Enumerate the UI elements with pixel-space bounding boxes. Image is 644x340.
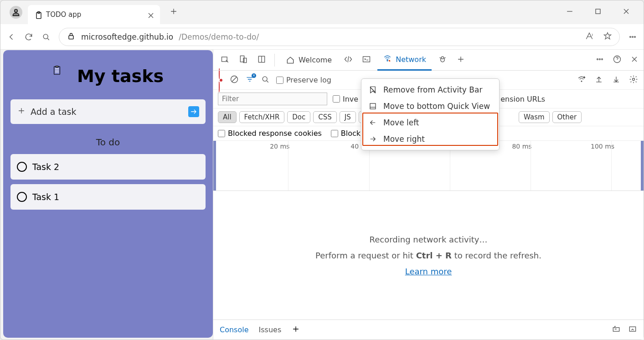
maximize-button[interactable] [593, 7, 603, 18]
task-item[interactable]: Task 2 [10, 154, 206, 180]
sources-tab-icon[interactable] [435, 52, 450, 68]
url-path: /Demos/demo-to-do/ [179, 32, 259, 41]
task-label: Task 2 [32, 162, 59, 172]
url-host: microsoftedge.github.io [81, 32, 173, 41]
inspect-element-icon[interactable] [218, 52, 232, 68]
elements-tab-icon[interactable] [341, 52, 355, 68]
drawer-icon-2[interactable] [628, 325, 637, 335]
settings-icon[interactable] [629, 75, 638, 86]
plus-icon [17, 106, 26, 117]
task-checkbox[interactable] [17, 162, 27, 172]
console-tab-icon[interactable] [359, 52, 374, 68]
svg-point-0 [15, 9, 18, 12]
blocked-requests-checkbox[interactable]: Block [331, 129, 361, 138]
task-label: Task 1 [32, 192, 59, 202]
address-bar: microsoftedge.github.io/Demos/demo-to-do… [0, 24, 644, 50]
filter-pill[interactable]: Doc [287, 111, 310, 123]
svg-rect-9 [54, 67, 60, 74]
browser-titlebar: TODO app [0, 0, 644, 24]
submit-task-button[interactable] [188, 106, 199, 117]
menu-move-right[interactable]: Move right [361, 131, 499, 147]
tab-network[interactable]: Network [377, 50, 432, 71]
clipboard-icon [52, 66, 71, 87]
favorite-icon[interactable] [603, 31, 612, 42]
filter-pill[interactable]: Fetch/XHR [239, 111, 285, 123]
dock-icon[interactable] [254, 52, 269, 68]
svg-point-19 [599, 58, 601, 60]
record-button[interactable] [219, 69, 223, 91]
reload-button[interactable] [24, 32, 33, 41]
back-button[interactable] [7, 32, 16, 41]
tab-welcome[interactable]: Welcome [280, 50, 337, 71]
task-item[interactable]: Task 1 [10, 184, 206, 210]
add-task-placeholder: Add a task [31, 107, 77, 117]
close-tab-button[interactable] [146, 11, 154, 18]
filter-pill[interactable]: Wasm [519, 111, 550, 123]
filter-pill[interactable]: JS [340, 111, 356, 123]
svg-rect-15 [363, 57, 370, 62]
browser-tab[interactable]: TODO app [28, 5, 160, 24]
profile-avatar[interactable] [10, 6, 22, 19]
window-controls [565, 7, 640, 18]
svg-point-7 [632, 36, 634, 37]
blocked-cookies-checkbox[interactable]: Blocked response cookies [218, 129, 322, 138]
drawer-tab-console[interactable]: Console [220, 325, 249, 334]
svg-point-8 [634, 36, 636, 37]
filter-pill[interactable]: Other [552, 111, 582, 123]
svg-point-16 [387, 60, 388, 61]
svg-rect-3 [596, 9, 600, 14]
filter-pill[interactable]: CSS [313, 111, 337, 123]
search-button[interactable] [41, 32, 51, 41]
more-button[interactable] [628, 32, 637, 41]
learn-more-link[interactable]: Learn more [405, 267, 452, 276]
svg-point-24 [581, 81, 582, 82]
svg-rect-11 [222, 57, 227, 62]
invert-checkbox[interactable]: Inve [333, 95, 358, 103]
filter-pill-all[interactable]: All [218, 111, 237, 123]
app-title: My tasks [77, 66, 164, 86]
svg-rect-2 [38, 12, 40, 13]
filter-input[interactable] [218, 93, 327, 105]
search-icon[interactable] [261, 75, 270, 86]
menu-move-bottom[interactable]: Move to bottom Quick View [361, 98, 499, 114]
read-aloud-icon[interactable] [585, 31, 594, 42]
drawer-tab-issues[interactable]: Issues [259, 325, 282, 334]
menu-remove-activity-bar[interactable]: Remove from Activity Bar [361, 82, 499, 98]
svg-point-4 [43, 34, 48, 39]
svg-point-20 [602, 58, 603, 60]
new-tab-button[interactable] [169, 7, 178, 18]
lock-icon [67, 31, 76, 42]
svg-rect-5 [69, 36, 73, 39]
add-drawer-tab[interactable] [291, 325, 300, 335]
add-tab-icon[interactable] [453, 52, 468, 68]
url-input[interactable]: microsoftedge.github.io/Demos/demo-to-do… [59, 28, 620, 46]
clear-button[interactable] [230, 75, 239, 86]
add-task-input[interactable]: Add a task [10, 99, 206, 124]
context-menu: Remove from Activity Bar Move to bottom … [361, 78, 500, 150]
export-icon[interactable] [612, 75, 621, 86]
close-window-button[interactable] [622, 7, 631, 18]
tab-title: TODO app [46, 10, 142, 19]
preserve-log-checkbox[interactable]: Preserve log [276, 76, 331, 84]
more-tools-icon[interactable] [595, 55, 604, 66]
task-checkbox[interactable] [17, 192, 27, 202]
device-toggle-icon[interactable] [236, 52, 251, 68]
help-icon[interactable] [613, 55, 622, 66]
drawer-icon-1[interactable] [612, 325, 621, 335]
svg-rect-26 [613, 327, 619, 331]
svg-rect-10 [56, 66, 58, 67]
todo-app: My tasks Add a task To do Task 2 Task 1 [3, 50, 213, 338]
filter-toggle[interactable]: × [245, 75, 254, 86]
section-title: To do [10, 137, 206, 148]
devtools-tabstrip: Welcome Network [213, 50, 644, 71]
svg-point-18 [597, 58, 598, 60]
extension-urls-label: ension URLs [500, 95, 545, 103]
devtools-drawer: Console Issues [213, 319, 644, 340]
menu-move-left[interactable]: Move left [361, 114, 499, 131]
import-icon[interactable] [594, 75, 603, 86]
throttling-icon[interactable] [577, 75, 586, 86]
close-devtools-icon[interactable] [630, 55, 639, 66]
minimize-button[interactable] [565, 7, 574, 18]
svg-point-25 [633, 78, 635, 80]
svg-point-23 [263, 77, 267, 81]
